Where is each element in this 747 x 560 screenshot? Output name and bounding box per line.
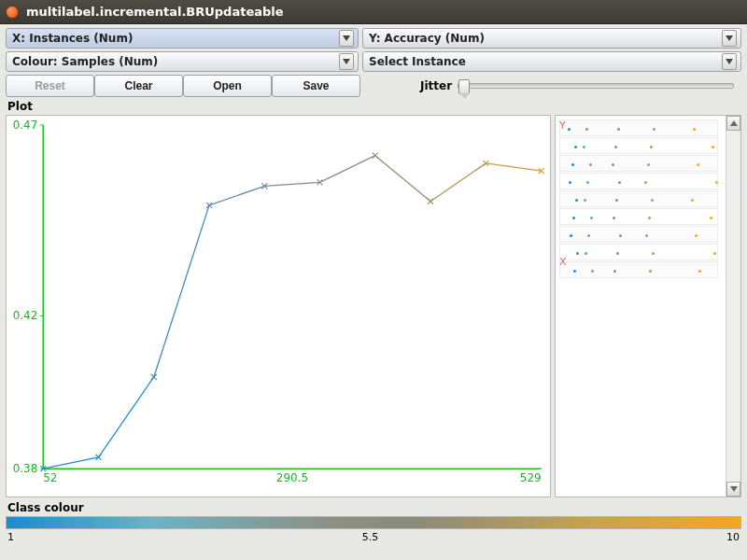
svg-line-14: [209, 186, 264, 204]
plot-svg: 0.380.420.4752290.5529: [7, 116, 550, 497]
x-axis-dropdown[interactable]: X: Instances (Num): [6, 28, 359, 49]
clear-button[interactable]: Clear: [94, 75, 183, 97]
svg-text:290.5: 290.5: [276, 471, 308, 484]
window-titlebar: multilabel.incremental.BRUpdateable: [0, 0, 747, 24]
svg-text:0.47: 0.47: [13, 119, 38, 132]
scrollbar[interactable]: [726, 116, 740, 497]
svg-line-17: [375, 156, 430, 202]
attribute-strip[interactable]: [559, 190, 718, 207]
side-y-label: Y: [559, 119, 566, 132]
class-colour-ticks: 1 5.5 10: [6, 531, 741, 543]
jitter-label: Jitter: [420, 79, 452, 92]
chevron-down-icon[interactable]: [339, 53, 354, 70]
attribute-strip[interactable]: [559, 119, 718, 136]
button-row: Reset Clear Open Save: [6, 75, 360, 97]
chevron-down-icon[interactable]: [339, 30, 354, 47]
svg-line-16: [320, 156, 375, 183]
colour-min: 1: [7, 531, 14, 543]
colour-max: 10: [726, 531, 740, 543]
y-axis-label: Y: Accuracy (Num): [369, 32, 718, 45]
svg-text:52: 52: [43, 471, 57, 484]
select-instance-dropdown[interactable]: Select Instance: [362, 51, 741, 72]
attribute-strip-panel: YX: [555, 115, 741, 497]
plot-canvas[interactable]: 0.380.420.4752290.5529: [6, 115, 551, 497]
attribute-strip[interactable]: [559, 208, 718, 225]
svg-line-18: [430, 163, 486, 202]
plot-section-label: Plot: [7, 100, 741, 113]
side-x-label: X: [559, 256, 567, 268]
class-colour-gradient: [6, 516, 741, 529]
attribute-strip[interactable]: [559, 261, 718, 278]
colour-label: Colour: Samples (Num): [12, 55, 335, 68]
svg-line-13: [154, 205, 209, 377]
window-title: multilabel.incremental.BRUpdateable: [26, 5, 284, 19]
colour-mid: 5.5: [362, 531, 379, 543]
attribute-strip[interactable]: [559, 155, 718, 172]
svg-line-15: [264, 182, 319, 186]
attribute-strip[interactable]: [559, 244, 718, 260]
chevron-down-icon[interactable]: [722, 53, 737, 70]
scroll-up-icon[interactable]: [726, 116, 740, 131]
svg-line-19: [486, 163, 541, 171]
svg-text:529: 529: [520, 471, 542, 484]
save-button[interactable]: Save: [272, 75, 360, 97]
select-instance-label: Select Instance: [369, 55, 718, 68]
attribute-strip[interactable]: [559, 226, 718, 243]
class-colour-label: Class colour: [7, 501, 741, 514]
x-axis-label: X: Instances (Num): [12, 32, 335, 45]
jitter-slider[interactable]: [458, 83, 734, 89]
attribute-strip[interactable]: [559, 173, 718, 189]
jitter-control: Jitter: [364, 75, 741, 97]
y-axis-dropdown[interactable]: Y: Accuracy (Num): [362, 28, 741, 49]
close-icon[interactable]: [6, 6, 19, 19]
scroll-down-icon[interactable]: [726, 482, 740, 497]
attribute-strip[interactable]: [559, 137, 718, 154]
svg-text:0.38: 0.38: [13, 462, 38, 475]
chevron-down-icon[interactable]: [722, 30, 737, 47]
svg-text:0.42: 0.42: [13, 309, 38, 322]
scrollbar-track[interactable]: [726, 131, 740, 482]
colour-dropdown[interactable]: Colour: Samples (Num): [6, 51, 359, 72]
slider-thumb[interactable]: [458, 79, 470, 94]
svg-line-12: [98, 377, 153, 457]
open-button[interactable]: Open: [183, 75, 272, 97]
reset-button[interactable]: Reset: [6, 75, 94, 97]
svg-line-11: [43, 457, 98, 469]
